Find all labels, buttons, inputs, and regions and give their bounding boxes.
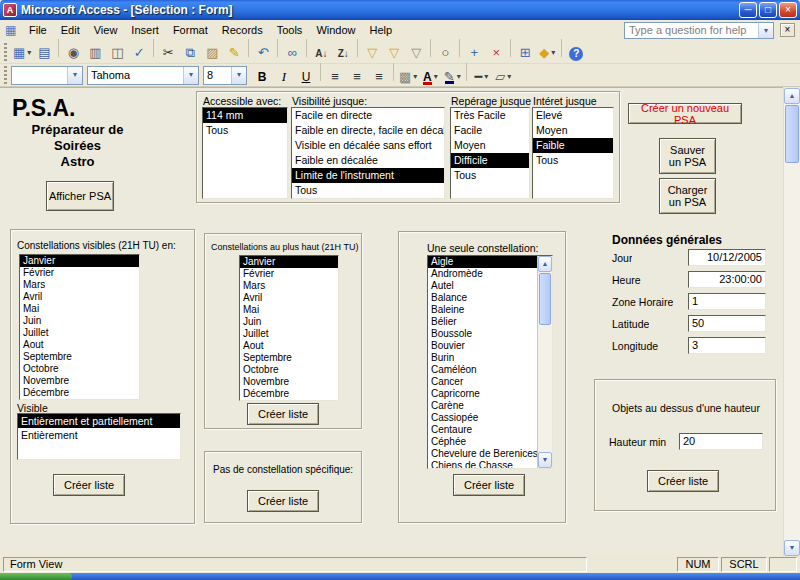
visibilite-option[interactable]: Limite de l'instrument xyxy=(292,168,444,183)
visibilite-option[interactable]: Tous xyxy=(292,183,444,198)
mois-plus-haut-listbox[interactable]: JanvierFévrierMarsAvrilMaiJuinJuilletAou… xyxy=(239,255,339,401)
mdi-close-button[interactable]: × xyxy=(780,23,795,37)
month-option[interactable]: Janvier xyxy=(20,255,139,267)
constellation-option[interactable]: Baleine xyxy=(428,304,537,316)
reperage-option[interactable]: Très Facile xyxy=(451,108,529,123)
menu-item[interactable]: File xyxy=(22,22,54,38)
constellation-option[interactable]: Burin xyxy=(428,352,537,364)
reperage-listbox[interactable]: Très FacileFacileMoyenDifficileTous xyxy=(450,107,530,199)
fill-color-button[interactable]: ▩▾ xyxy=(397,65,419,87)
restore-button[interactable]: □ xyxy=(759,2,777,18)
sort-ascending-icon[interactable]: A↓ xyxy=(310,42,332,64)
save-icon[interactable]: ▤ xyxy=(33,41,55,63)
minimize-button[interactable]: ─ xyxy=(739,2,757,18)
menu-item[interactable]: Format xyxy=(166,22,215,38)
afficher-psa-button[interactable]: Afficher PSA xyxy=(46,181,114,211)
font-color-button[interactable]: A▾ xyxy=(419,66,441,88)
visible-option[interactable]: Entièrement et partiellement xyxy=(18,414,180,428)
interet-option[interactable]: Elevé xyxy=(533,108,613,123)
visibilite-option[interactable]: Faible en décalée xyxy=(292,153,444,168)
new-record-icon[interactable]: + xyxy=(463,41,485,63)
reperage-option[interactable]: Tous xyxy=(451,168,529,183)
menu-item[interactable]: Insert xyxy=(124,22,166,38)
delete-record-icon[interactable]: × xyxy=(485,41,507,63)
hauteur-min-field[interactable]: 20 xyxy=(679,433,763,450)
filter-by-form-icon[interactable]: ▽ xyxy=(383,41,405,63)
list-scrollbar[interactable]: ▲ ▼ xyxy=(537,256,552,468)
month-option[interactable]: Septembre xyxy=(20,351,139,363)
visibilite-option[interactable]: Visible en décalée sans effort xyxy=(292,138,444,153)
constellation-option[interactable]: Cancer xyxy=(428,376,537,388)
month-option[interactable]: Aout xyxy=(240,340,338,352)
constellation-option[interactable]: Cassiopée xyxy=(428,412,537,424)
month-option[interactable]: Aout xyxy=(20,339,139,351)
align-right-button[interactable]: ≡ xyxy=(368,65,390,87)
constellation-option[interactable]: Chiens de Chasse xyxy=(428,460,537,468)
help-icon[interactable]: ? xyxy=(565,43,587,65)
month-option[interactable]: Février xyxy=(20,267,139,279)
visibilite-option[interactable]: Facile en directe xyxy=(292,108,444,123)
month-option[interactable]: Juillet xyxy=(20,327,139,339)
interet-option[interactable]: Faible xyxy=(533,138,613,153)
month-option[interactable]: Mai xyxy=(20,303,139,315)
toolbar-grip[interactable] xyxy=(4,43,7,61)
visible-option[interactable]: Entièrement xyxy=(18,428,180,442)
chevron-down-icon[interactable]: ▾ xyxy=(758,23,773,38)
month-option[interactable]: Mars xyxy=(240,280,338,292)
menu-item[interactable]: View xyxy=(87,22,125,38)
toolbar-grip[interactable] xyxy=(4,66,7,84)
menu-item[interactable]: Window xyxy=(309,22,362,38)
object-select-combo[interactable]: ▾ xyxy=(11,66,83,85)
align-center-button[interactable]: ≡ xyxy=(346,65,368,87)
month-option[interactable]: Avril xyxy=(20,291,139,303)
chevron-down-icon[interactable]: ▾ xyxy=(67,67,82,84)
chevron-down-icon[interactable]: ▾ xyxy=(231,67,246,84)
latitude-field[interactable]: 50 xyxy=(688,315,766,332)
reperage-option[interactable]: Difficile xyxy=(451,153,529,168)
month-option[interactable]: Décembre xyxy=(20,387,139,399)
scroll-down-icon[interactable]: ▼ xyxy=(538,452,552,468)
month-option[interactable]: Octobre xyxy=(240,364,338,376)
spelling-icon[interactable]: ✓ xyxy=(128,41,150,63)
scroll-up-icon[interactable]: ▲ xyxy=(784,88,800,104)
underline-button[interactable]: U xyxy=(295,66,317,88)
scroll-up-icon[interactable]: ▲ xyxy=(538,256,552,272)
scroll-down-icon[interactable]: ▼ xyxy=(784,540,800,556)
apply-filter-icon[interactable]: ▽ xyxy=(405,41,427,63)
month-option[interactable]: Juin xyxy=(240,316,338,328)
filter-by-selection-icon[interactable]: ▽ xyxy=(361,41,383,63)
visibilite-listbox[interactable]: Facile en directeFaible en directe, faci… xyxy=(291,107,445,199)
find-icon[interactable]: ○ xyxy=(434,41,456,63)
constellation-option[interactable]: Bouvier xyxy=(428,340,537,352)
accessible-option[interactable]: Tous xyxy=(203,123,287,138)
month-option[interactable]: Mai xyxy=(240,304,338,316)
constellation-listbox[interactable]: AigleAndromèdeAutelBalanceBaleineBélierB… xyxy=(427,255,553,469)
reperage-option[interactable]: Moyen xyxy=(451,138,529,153)
menu-item[interactable]: Edit xyxy=(54,22,87,38)
month-option[interactable]: Septembre xyxy=(240,352,338,364)
charger-psa-button[interactable]: Charger un PSA xyxy=(659,178,716,214)
month-option[interactable]: Novembre xyxy=(20,375,139,387)
longitude-field[interactable]: 3 xyxy=(688,337,766,354)
month-option[interactable]: Décembre xyxy=(240,388,338,400)
month-option[interactable]: Janvier xyxy=(240,256,338,268)
constellation-option[interactable]: Chevelure de Berenices xyxy=(428,448,537,460)
paste-icon[interactable]: ▨ xyxy=(201,41,223,63)
constellation-option[interactable]: Andromède xyxy=(428,268,537,280)
font-name-combo[interactable]: Tahoma ▾ xyxy=(87,66,199,85)
reperage-option[interactable]: Facile xyxy=(451,123,529,138)
month-option[interactable]: Mars xyxy=(20,279,139,291)
scroll-thumb[interactable] xyxy=(785,105,799,163)
search-icon[interactable]: ◉ xyxy=(62,41,84,63)
month-option[interactable]: Juin xyxy=(20,315,139,327)
chevron-down-icon[interactable]: ▾ xyxy=(183,67,198,84)
special-effect-button[interactable]: ▱▾ xyxy=(492,65,514,87)
align-left-button[interactable]: ≡ xyxy=(324,65,346,87)
database-window-icon[interactable]: ⊞ xyxy=(514,41,536,63)
jour-field[interactable]: 10/12/2005 xyxy=(688,249,766,266)
help-question-box[interactable]: Type a question for help ▾ xyxy=(624,22,774,39)
interet-listbox[interactable]: ElevéMoyenFaibleTous xyxy=(532,107,614,199)
month-option[interactable]: Avril xyxy=(240,292,338,304)
scroll-thumb[interactable] xyxy=(539,273,551,325)
visibilite-option[interactable]: Faible en directe, facile en décalée xyxy=(292,123,444,138)
